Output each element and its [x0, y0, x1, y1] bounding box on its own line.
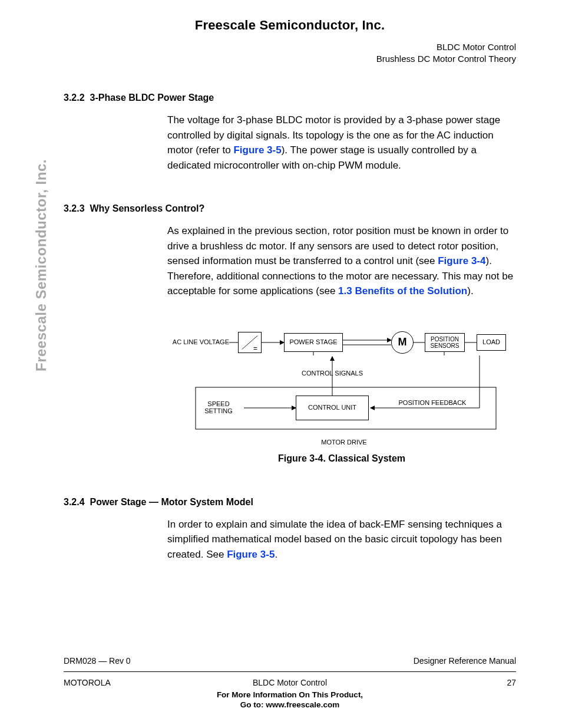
section-num: 3.2.3: [64, 203, 85, 213]
text: ).: [467, 285, 473, 297]
section-3-2-4-heading: 3.2.4 Power Stage — Motor System Model: [64, 497, 516, 508]
company-header: Freescale Semiconductor, Inc.: [64, 18, 516, 33]
section-3-2-4-body: In order to explain and simulate the ide…: [167, 517, 516, 562]
header-right-line2: Brushless DC Motor Control Theory: [64, 53, 516, 65]
section-link[interactable]: 1.3 Benefits of the Solution: [338, 285, 467, 297]
section-title: 3-Phase BLDC Power Stage: [90, 93, 214, 103]
section-3-2-2-body: The voltage for 3-phase BLDC motor is pr…: [167, 113, 516, 173]
figure-caption: Figure 3-4. Classical System: [167, 453, 516, 464]
page-footer: DRM028 — Rev 0 Designer Reference Manual…: [64, 656, 516, 710]
figure-link[interactable]: Figure 3-5: [227, 549, 275, 560]
section-3-2-3-heading: 3.2.3 Why Sensorless Control?: [64, 203, 516, 214]
equals-sign: =: [253, 345, 257, 353]
section-num: 3.2.2: [64, 93, 85, 103]
section-3-2-3-body: As explained in the previous section, ro…: [167, 223, 516, 299]
header-right-line1: BLDC Motor Control: [64, 41, 516, 53]
figure-3-4: AC LINE VOLTAGE – = POWER STAGE M POSITI…: [167, 322, 516, 446]
footer-info1: For More Information On This Product,: [64, 690, 516, 700]
motor-symbol: M: [391, 331, 414, 354]
power-stage-box: POWER STAGE: [284, 333, 343, 352]
minus-sign: –: [242, 328, 246, 336]
footer-page: 27: [507, 678, 516, 687]
footer-rev: DRM028 — Rev 0: [64, 656, 131, 666]
header-right: BLDC Motor Control Brushless DC Motor Co…: [64, 41, 516, 64]
figure-link[interactable]: Figure 3-5: [233, 144, 281, 156]
control-unit-box: CONTROL UNIT: [296, 396, 369, 420]
section-3-2-2-heading: 3.2.2 3-Phase BLDC Power Stage: [64, 93, 516, 103]
footer-center: BLDC Motor Control: [64, 678, 516, 687]
footer-docname: Designer Reference Manual: [414, 656, 516, 666]
section-num: 3.2.4: [64, 497, 85, 507]
vertical-brand: Freescale Semiconductor, Inc.: [33, 159, 49, 371]
footer-info2: Go to: www.freescale.com: [64, 700, 516, 710]
section-title: Power Stage — Motor System Model: [90, 497, 253, 507]
text: In order to explain and simulate the ide…: [167, 519, 502, 560]
label-motor-drive: MOTOR DRIVE: [309, 439, 379, 446]
label-position-feedback: POSITION FEEDBACK: [391, 399, 474, 406]
load-box: LOAD: [477, 334, 506, 351]
label-speed-setting: SPEED SETTING: [198, 400, 239, 414]
figure-link[interactable]: Figure 3-4: [438, 255, 485, 266]
label-ac-line: AC LINE VOLTAGE: [167, 338, 229, 345]
text: .: [275, 549, 277, 560]
label-control-signals: CONTROL SIGNALS: [285, 370, 379, 377]
footer-left: MOTOROLA: [64, 678, 111, 687]
position-sensors-box: POSITION SENSORS: [425, 333, 465, 352]
section-title: Why Sensorless Control?: [90, 203, 204, 213]
